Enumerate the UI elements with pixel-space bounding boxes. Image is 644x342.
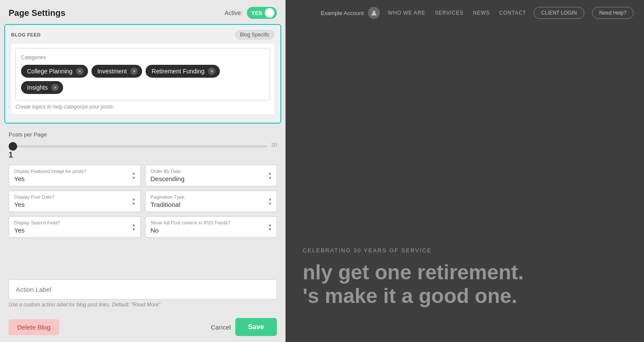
toggle-circle: [265, 8, 274, 18]
dropdown-label: Display Post Date?: [14, 194, 135, 200]
active-row: Active: YES: [225, 7, 277, 19]
action-label-input[interactable]: [9, 279, 277, 300]
dropdown-pagination-type[interactable]: Pagination Type: Traditional ▲▼: [145, 191, 277, 212]
dropdown-label: Pagination Type:: [151, 194, 272, 200]
dropdown-value: Yes: [14, 227, 135, 234]
posts-per-page-label: Posts per Page: [9, 131, 277, 138]
dropdown-arrows: ▲▼: [132, 197, 136, 206]
slider-value: 1: [9, 151, 277, 160]
dropdown-arrows: ▲▼: [132, 222, 136, 232]
nav-link-services[interactable]: SERVICES: [435, 10, 464, 16]
dropdown-value: Traditional: [151, 201, 272, 208]
dropdown-label: Order By Date:: [151, 169, 272, 174]
dropdown-value: Yes: [14, 201, 135, 208]
nav-avatar: [368, 7, 380, 19]
hero-line1: nly get one retirement.: [303, 260, 627, 284]
dropdowns-grid: Display Featured Image for posts? Yes ▲▼…: [9, 165, 277, 238]
dropdown-rss-feeds[interactable]: Show full Post content in RSS Feeds? No …: [145, 216, 277, 238]
tag-chip-insights[interactable]: Insights ✕: [21, 81, 63, 94]
blog-feed-section: BLOG FEED Blog Specific Categories Colle…: [4, 24, 281, 124]
nav-link-news[interactable]: NEWS: [473, 10, 490, 16]
tag-chip-college-planning[interactable]: College Planning ✕: [21, 65, 88, 78]
action-label-hint: Use a custom action label for blog post …: [0, 302, 286, 308]
nav-links: WHO WE ARE SERVICES NEWS CONTACT: [388, 10, 526, 16]
dropdown-display-featured-image[interactable]: Display Featured Image for posts? Yes ▲▼: [9, 165, 141, 186]
delete-blog-button[interactable]: Delete Blog: [9, 319, 59, 335]
tag-label: Retirement Funding: [152, 68, 204, 75]
dropdown-arrows: ▲▼: [268, 222, 272, 232]
dropdown-label: Display Featured Image for posts?: [14, 169, 135, 174]
nav-link-contact[interactable]: CONTACT: [499, 10, 526, 16]
categories-hint: Create topics to help categorize your po…: [15, 104, 270, 110]
active-label: Active:: [225, 9, 243, 16]
client-login-button[interactable]: CLIENT LOGIN: [534, 7, 584, 19]
tag-remove-college-planning[interactable]: ✕: [76, 67, 84, 75]
nav-account: Example Account: [321, 7, 380, 19]
panel-title: Page Settings: [9, 8, 65, 18]
categories-label: Categories: [21, 54, 264, 61]
slider-max: 20: [271, 142, 277, 148]
dropdown-label: Display Search Field?: [14, 220, 135, 225]
tag-remove-insights[interactable]: ✕: [51, 84, 59, 91]
tag-chip-investment[interactable]: Investment ✕: [91, 65, 142, 78]
dropdown-display-search-field[interactable]: Display Search Field? Yes ▲▼: [9, 216, 141, 238]
dropdown-value: Descending: [151, 175, 272, 182]
dropdown-arrows: ▲▼: [268, 171, 272, 180]
tag-remove-retirement-funding[interactable]: ✕: [208, 67, 216, 75]
tag-remove-investment[interactable]: ✕: [130, 67, 138, 75]
categories-box: Categories College Planning ✕ Investment…: [15, 48, 270, 100]
need-help-button[interactable]: Need Help?: [592, 7, 634, 19]
blog-feed-label: BLOG FEED: [11, 32, 41, 37]
hero-heading: nly get one retirement. 's make it a goo…: [303, 260, 627, 308]
tag-label: Investment: [97, 68, 127, 75]
panel-footer: Delete Blog Cancel Save: [0, 312, 286, 342]
blog-feed-header: BLOG FEED Blog Specific: [11, 30, 274, 39]
tag-label: Insights: [27, 84, 48, 91]
toggle-yes-text: YES: [251, 10, 262, 16]
hero-subtitle: CELEBRATING 30 YEARS OF SERVICE: [303, 247, 627, 254]
dropdown-arrows: ▲▼: [132, 171, 136, 180]
section-body: Posts per Page 20 1 Display Featured Ima…: [0, 128, 286, 274]
tag-label: College Planning: [27, 68, 73, 75]
tags-row: College Planning ✕ Investment ✕ Retireme…: [21, 65, 264, 94]
slider-row: 20: [9, 141, 277, 149]
website-nav: Example Account WHO WE ARE SERVICES NEWS…: [286, 0, 644, 26]
active-toggle[interactable]: YES: [247, 7, 277, 19]
panel-header: Page Settings Active: YES: [0, 0, 286, 24]
dropdown-value: Yes: [14, 175, 135, 182]
dropdown-value: No: [151, 227, 272, 234]
cancel-button[interactable]: Cancel: [211, 324, 231, 331]
website-preview: Example Account WHO WE ARE SERVICES NEWS…: [286, 0, 644, 342]
dropdown-arrows: ▲▼: [268, 197, 272, 206]
dropdown-label: Show full Post content in RSS Feeds?: [151, 220, 272, 225]
tag-chip-retirement-funding[interactable]: Retirement Funding ✕: [146, 65, 220, 78]
save-button[interactable]: Save: [235, 318, 277, 336]
dropdown-order-by-date[interactable]: Order By Date: Descending ▲▼: [145, 165, 277, 186]
hero-line2: 's make it a good one.: [303, 284, 627, 308]
blog-specific-badge: Blog Specific: [235, 30, 274, 39]
slider-container: [9, 141, 267, 149]
settings-panel: Page Settings Active: YES BLOG FEED Blog…: [0, 0, 286, 342]
dropdown-display-post-date[interactable]: Display Post Date? Yes ▲▼: [9, 191, 141, 212]
website-hero: CELEBRATING 30 YEARS OF SERVICE nly get …: [303, 247, 627, 308]
nav-link-who-we-are[interactable]: WHO WE ARE: [388, 10, 425, 16]
action-label-section: [0, 279, 286, 300]
nav-account-label: Example Account: [321, 10, 364, 16]
posts-per-page-slider[interactable]: [9, 145, 267, 147]
